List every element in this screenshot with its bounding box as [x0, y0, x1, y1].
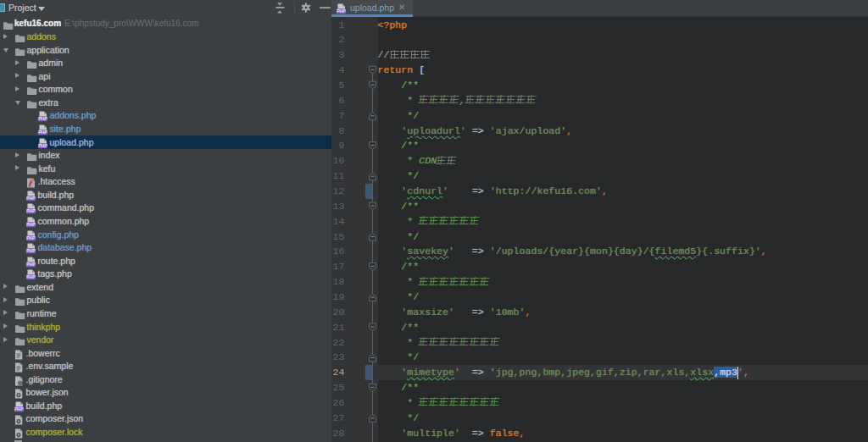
svg-text:PHP: PHP	[26, 262, 36, 267]
svg-text:PHP: PHP	[26, 248, 36, 253]
svg-text:PHP: PHP	[337, 8, 346, 14]
svg-text:PHP: PHP	[26, 196, 36, 201]
svg-text:PHP: PHP	[38, 117, 47, 122]
svg-text:PHP: PHP	[26, 235, 36, 240]
svg-text:PHP: PHP	[38, 130, 47, 135]
svg-text:PHP: PHP	[26, 274, 36, 279]
svg-text:PHP: PHP	[38, 143, 47, 148]
svg-text:PHP: PHP	[14, 406, 24, 412]
svg-text:PHP: PHP	[26, 209, 36, 214]
svg-text:PHP: PHP	[26, 222, 36, 227]
